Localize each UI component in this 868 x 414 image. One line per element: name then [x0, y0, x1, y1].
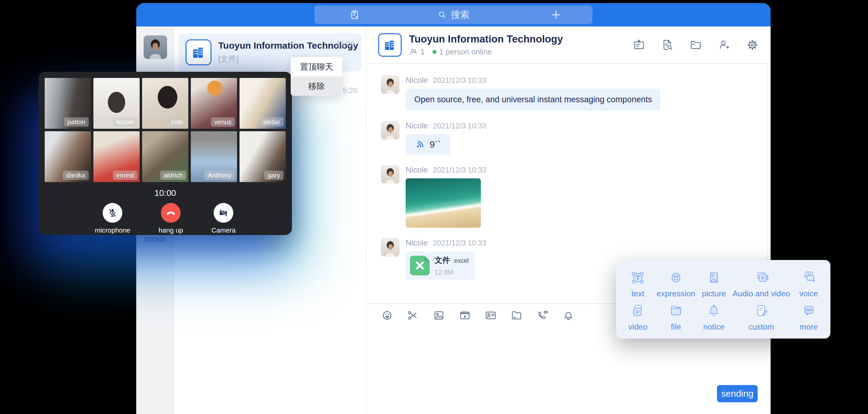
call-records-icon[interactable] [349, 9, 360, 20]
topbar: 搜索 [136, 3, 771, 27]
chat-header: Tuoyun Information Technology 1 1 person… [367, 27, 771, 64]
text-icon [629, 268, 647, 286]
menu-item-pin-chat[interactable]: 置顶聊天 [291, 57, 342, 76]
file-texts: 文件 .excel 12.8M [435, 255, 468, 276]
message-meta: Nicole 2021/12/3 10:33 [406, 165, 487, 174]
camera-toggle-button[interactable] [214, 203, 233, 223]
panel-item-file[interactable]: file [656, 300, 695, 334]
video-file-icon[interactable] [459, 309, 471, 322]
message-body: Nicole 2021/12/3 10:33 Open source, free… [406, 75, 660, 110]
voice-bubble[interactable]: 9`` [406, 134, 450, 155]
panel-item-label: file [671, 322, 681, 332]
audio-video-icon [752, 268, 770, 286]
voice-icon [800, 268, 818, 286]
panel-item-voice[interactable]: voice [790, 267, 827, 300]
online-status: 1 person online [439, 47, 492, 56]
add-member-icon[interactable] [718, 38, 731, 52]
message-body: Nicole 2021/12/3 10:33 [406, 165, 487, 228]
avatar[interactable] [381, 165, 400, 184]
panel-item-label: more [800, 322, 818, 332]
settings-icon[interactable] [746, 38, 759, 52]
message-type-panel: text expression picture [616, 260, 830, 339]
avatar[interactable] [381, 238, 400, 257]
send-button[interactable]: sending [717, 385, 758, 402]
message-time: 2021/12/3 10:33 [433, 76, 487, 85]
image-icon[interactable] [433, 309, 445, 322]
composer-input-area[interactable]: sending [367, 327, 771, 414]
panel-item-label: picture [702, 289, 726, 298]
participant-name: venus [211, 117, 235, 127]
panel-item-label: custom [748, 322, 774, 332]
sender-name: Nicole [406, 165, 428, 174]
hangup-button[interactable] [161, 203, 181, 223]
group-file-icon[interactable] [689, 38, 702, 52]
participant-name: patton [64, 117, 89, 127]
video-tile: danika [45, 131, 91, 182]
video-call-icon[interactable] [536, 309, 549, 322]
voice-duration: 9`` [430, 139, 441, 150]
custom-icon [752, 302, 770, 320]
panel-item-picture[interactable]: picture [695, 267, 733, 300]
panel-item-expression[interactable]: expression [656, 267, 695, 300]
panel-item-more[interactable]: more [790, 300, 827, 334]
panel-item-label: text [631, 289, 645, 298]
avatar[interactable] [381, 121, 400, 139]
message-body: Nicole 2021/12/3 10:33 文件 [406, 238, 487, 280]
panel-item-audio-video[interactable]: Audio and video [733, 267, 790, 300]
emoji-icon[interactable] [381, 309, 393, 322]
control-label: Camera [212, 226, 236, 234]
video-tile: Anthony [191, 131, 237, 182]
group-avatar[interactable] [378, 33, 402, 57]
chat-subtitle: 1 1 person online [409, 47, 563, 56]
notification-bell-icon[interactable] [562, 309, 575, 322]
microphone-control: microphone [95, 203, 130, 234]
picture-icon [705, 268, 723, 286]
text-bubble: Open source, free, and universal instant… [406, 89, 660, 110]
menu-item-remove[interactable]: 移除 [291, 76, 342, 96]
chat-main: Tuoyun Information Technology 1 1 person… [367, 27, 771, 414]
chat-header-texts: Tuoyun Information Technology 1 1 person… [409, 33, 563, 56]
member-icon [409, 48, 418, 56]
message-image: Nicole 2021/12/3 10:33 [381, 165, 771, 228]
participant-name: danika [63, 171, 89, 180]
video-tile: aldrich [142, 131, 188, 182]
file-name: 文件 [435, 255, 450, 265]
excel-file-icon [410, 256, 430, 276]
search-bar[interactable]: 搜索 [314, 5, 592, 24]
panel-item-video[interactable]: video [619, 300, 656, 334]
message-body: Nicole 2021/12/3 10:33 9`` [406, 121, 487, 155]
expression-icon [667, 268, 685, 286]
message-time: 2021/12/3 10:33 [433, 122, 487, 130]
message-text: Nicole 2021/12/3 10:33 Open source, free… [381, 75, 771, 110]
sender-name: Nicole [406, 121, 428, 131]
participant-name: aldrich [160, 171, 186, 180]
add-icon[interactable] [551, 9, 562, 20]
panel-item-text[interactable]: text [619, 267, 656, 300]
control-label: microphone [95, 226, 130, 234]
screenshot-scissors-icon[interactable] [407, 309, 419, 322]
sender-name: Nicole [406, 75, 428, 85]
contact-card-icon[interactable] [485, 309, 497, 322]
panel-item-custom[interactable]: custom [733, 300, 790, 334]
file-attachment[interactable]: 文件 .excel 12.8M [406, 251, 475, 280]
panel-item-notice[interactable]: notice [695, 300, 733, 334]
message-meta: Nicole 2021/12/3 10:33 [406, 121, 487, 131]
video-tile: venus [191, 78, 237, 129]
chat-record-search-icon[interactable] [661, 38, 674, 52]
participant-name: zole [167, 117, 186, 127]
folder-icon[interactable] [510, 309, 523, 322]
file-folder-icon [667, 302, 685, 320]
microphone-toggle-button[interactable] [103, 203, 122, 223]
avatar[interactable] [381, 75, 400, 94]
participant-name: Nicole [113, 117, 137, 127]
panel-item-label: Audio and video [733, 289, 790, 298]
video-tile: gary [240, 131, 286, 182]
call-controls: microphone hang up [45, 203, 286, 234]
image-attachment-beach[interactable] [406, 178, 481, 228]
my-avatar[interactable] [144, 35, 167, 59]
video-tile: zole [142, 78, 188, 129]
panel-item-label: expression [656, 289, 695, 298]
group-notice-icon[interactable] [632, 38, 646, 52]
sender-name: Nicole [406, 238, 428, 248]
search-input[interactable]: 搜索 [437, 9, 469, 21]
